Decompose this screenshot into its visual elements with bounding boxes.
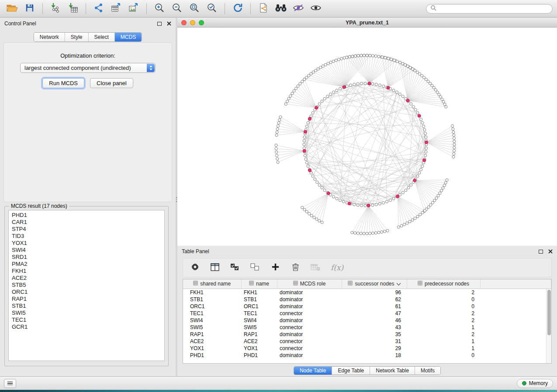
network-node[interactable] [321,100,323,103]
network-node[interactable] [419,213,421,216]
network-node[interactable] [384,56,387,59]
network-node[interactable] [314,69,317,72]
tab-select[interactable]: Select [88,33,114,41]
network-node[interactable] [329,61,332,64]
network-node[interactable] [453,149,455,152]
network-node[interactable] [453,140,456,143]
network-node[interactable] [452,127,454,130]
network-node[interactable] [356,83,359,85]
network-node[interactable] [441,98,443,100]
tab-network[interactable]: Network [34,33,65,41]
mcds-result-item[interactable]: SRD1 [12,254,161,261]
table-row[interactable]: SWI5SWI5connector431 [183,324,551,331]
network-node[interactable] [409,66,412,69]
mcds-result-item[interactable]: SWI4 [12,247,161,254]
dominator-node[interactable] [396,195,399,198]
network-node[interactable] [275,134,278,137]
table-row[interactable]: FKH1FKH1dominator962 [183,289,551,296]
network-node[interactable] [354,232,356,234]
network-node[interactable] [414,217,416,220]
network-node[interactable] [332,60,335,62]
network-node[interactable] [308,212,311,215]
panel-menu-button[interactable] [4,379,16,388]
network-node[interactable] [443,184,446,187]
dominator-node[interactable] [368,82,371,85]
network-node[interactable] [423,128,426,131]
network-node[interactable] [374,55,377,57]
network-node[interactable] [416,215,419,218]
network-node[interactable] [408,220,411,223]
close-panel-icon[interactable] [548,249,553,254]
mcds-result-item[interactable]: RAP1 [12,296,161,303]
mcds-result-item[interactable]: PHD1 [12,212,161,219]
network-node[interactable] [401,95,404,98]
dominator-node[interactable] [327,192,330,195]
network-node[interactable] [431,201,434,204]
network-node[interactable] [364,204,367,207]
mcds-result-item[interactable]: STP4 [12,226,161,233]
network-node[interactable] [416,175,419,177]
dominator-node[interactable] [425,141,428,144]
memory-button[interactable]: Memory [517,379,553,388]
column-header-predecessor-nodes[interactable]: predecessor nodes [407,279,480,289]
network-node[interactable] [340,57,343,60]
table-row[interactable]: ACE2ACE2connector311 [183,338,551,345]
network-node[interactable] [303,78,306,81]
network-node[interactable] [452,155,455,158]
network-node[interactable] [305,125,308,127]
network-node[interactable] [313,216,315,219]
network-node[interactable] [440,189,443,192]
network-node[interactable] [421,165,424,168]
network-node[interactable] [316,181,318,183]
network-node[interactable] [453,134,455,137]
network-graph[interactable] [177,28,557,246]
network-node[interactable] [303,143,305,146]
network-node[interactable] [360,82,363,85]
export-image-button[interactable] [126,2,142,16]
dominator-node[interactable] [348,202,351,205]
network-node[interactable] [398,93,401,96]
network-node[interactable] [305,162,308,164]
network-node[interactable] [353,203,356,206]
network-node[interactable] [321,221,323,224]
dominator-node[interactable] [418,114,421,117]
copy-network-button[interactable] [256,2,271,16]
network-node[interactable] [275,144,277,147]
network-node[interactable] [322,65,324,67]
run-mcds-button[interactable]: Run MCDS [42,78,84,88]
network-node[interactable] [277,161,279,164]
dominator-node[interactable] [343,86,346,89]
network-node[interactable] [377,231,380,234]
network-node[interactable] [349,84,352,86]
tab-motifs[interactable]: Motifs [415,367,440,375]
mcds-result-list[interactable]: PHD1CAR1STP4TID3YOX1SWI4SRD1PMA2FKH1ACE2… [8,210,165,361]
network-node[interactable] [422,125,425,127]
table-row[interactable]: STB1STB1dominator620 [183,296,551,303]
network-node[interactable] [406,222,408,224]
network-node[interactable] [433,199,436,202]
network-node[interactable] [323,97,326,100]
network-node[interactable] [401,191,404,194]
network-node[interactable] [423,210,426,212]
network-node[interactable] [327,62,329,65]
network-node[interactable] [392,89,395,92]
network-node[interactable] [374,231,377,234]
function-builder-button[interactable]: f(x) [331,262,343,273]
network-node[interactable] [420,118,422,120]
network-node[interactable] [371,204,374,206]
network-node[interactable] [337,58,340,61]
network-node[interactable] [329,93,332,96]
network-node[interactable] [444,181,447,184]
network-node[interactable] [453,152,455,155]
optimization-criterion-select[interactable]: largest connected component (undirected) [20,63,156,73]
column-header-successor-nodes[interactable]: successor nodes [342,279,407,289]
network-node[interactable] [377,55,380,58]
mcds-result-item[interactable]: PMA2 [12,261,161,268]
network-node[interactable] [303,208,306,211]
dominator-node[interactable] [406,99,409,102]
network-node[interactable] [429,203,432,206]
network-node[interactable] [387,57,390,60]
network-node[interactable] [304,154,306,157]
network-node[interactable] [382,202,385,204]
import-network-button[interactable] [48,2,63,16]
